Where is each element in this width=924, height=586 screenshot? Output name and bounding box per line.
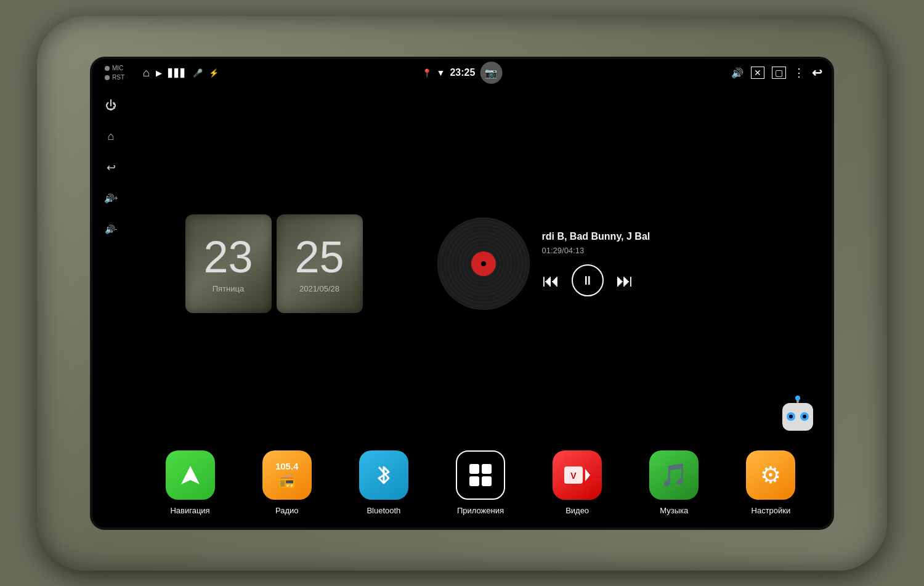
mic-rst-indicators: MIC RST bbox=[102, 65, 124, 81]
gear-icon: ⚙ bbox=[760, 462, 781, 489]
app-nav[interactable]: Навигация bbox=[166, 450, 215, 515]
clock-widget: 23 Пятница 25 2021/05/28 bbox=[185, 214, 363, 313]
radio-wave-icon: 📻 bbox=[278, 473, 295, 489]
volume-icon[interactable]: 🔊 bbox=[731, 67, 744, 79]
song-title: rdi B, Bad Bunny, J Bal bbox=[542, 231, 776, 242]
song-time: 01:29/04:13 bbox=[542, 246, 776, 255]
mic-indicator: MIC bbox=[105, 65, 123, 71]
window-icon[interactable]: ▢ bbox=[772, 67, 786, 79]
main-content: 23 Пятница 25 2021/05/28 rdi B, Bad Bunn… bbox=[129, 87, 832, 527]
music-label: Музыка bbox=[660, 506, 688, 515]
app-music[interactable]: 🎵 Музыка bbox=[649, 450, 699, 515]
apps-dot-3 bbox=[469, 476, 479, 486]
close-window-icon[interactable]: ✕ bbox=[751, 67, 764, 79]
play-pause-icon: ⏸ bbox=[582, 274, 594, 288]
clock-minute: 25 bbox=[294, 235, 344, 279]
apps-dot-1 bbox=[469, 464, 479, 474]
car-frame: MIC RST ⌂ ▶ ▋▋▋ 🎤 ⚡ 📍 ▼ 23:25 📷 bbox=[37, 16, 887, 571]
robot-head bbox=[782, 403, 813, 431]
radio-content: 105.4 📻 bbox=[275, 461, 299, 489]
hour-tile: 23 Пятница bbox=[185, 214, 272, 313]
status-bar: MIC RST ⌂ ▶ ▋▋▋ 🎤 ⚡ 📍 ▼ 23:25 📷 bbox=[92, 59, 832, 87]
settings-label: Настройки bbox=[752, 506, 791, 515]
back-icon[interactable]: ↩ bbox=[812, 65, 822, 80]
apps-dot-4 bbox=[482, 476, 492, 486]
play-pause-button[interactable]: ⏸ bbox=[572, 264, 604, 296]
app-radio[interactable]: 105.4 📻 Радио bbox=[262, 450, 312, 515]
app-bluetooth[interactable]: Bluetooth bbox=[359, 450, 408, 515]
home-button[interactable]: ⌂ bbox=[101, 127, 121, 147]
robot-antenna bbox=[796, 396, 799, 403]
clock-hour: 23 bbox=[203, 235, 253, 279]
nav-icon bbox=[166, 450, 215, 500]
volume-up-button[interactable]: 🔊+ bbox=[101, 189, 121, 208]
signal-icon: ▋▋▋ bbox=[168, 68, 187, 78]
sidebar: ⏻ ⌂ ↩ 🔊+ 🔊- bbox=[92, 87, 129, 527]
prev-button[interactable]: ⏮ bbox=[542, 271, 559, 291]
app-settings[interactable]: ⚙ Настройки bbox=[746, 450, 795, 515]
mic-label: MIC bbox=[112, 65, 123, 71]
music-note-icon: 🎵 bbox=[660, 462, 688, 488]
usb-icon: ⚡ bbox=[209, 68, 219, 78]
power-button[interactable]: ⏻ bbox=[101, 96, 121, 116]
status-center: 📍 ▼ 23:25 📷 bbox=[422, 62, 503, 84]
robot-mascot bbox=[776, 398, 819, 441]
rst-indicator: RST bbox=[105, 74, 124, 81]
music-info: rdi B, Bad Bunny, J Bal 01:29/04:13 ⏮ ⏸ … bbox=[542, 231, 776, 296]
play-icon: ▶ bbox=[156, 68, 162, 78]
home-icon[interactable]: ⌂ bbox=[143, 67, 150, 79]
mic-icon: 🎤 bbox=[193, 68, 203, 78]
status-left: MIC RST ⌂ ▶ ▋▋▋ 🎤 ⚡ bbox=[102, 65, 219, 81]
radio-label: Радио bbox=[275, 506, 299, 515]
robot-eye-right bbox=[800, 412, 809, 421]
back-button[interactable]: ↩ bbox=[101, 158, 121, 177]
apps-grid-icon bbox=[469, 464, 492, 486]
rst-label: RST bbox=[112, 74, 124, 81]
camera-button[interactable]: 📷 bbox=[480, 62, 502, 84]
settings-icon: ⚙ bbox=[746, 450, 795, 500]
top-section: 23 Пятница 25 2021/05/28 rdi B, Bad Bunn… bbox=[129, 87, 832, 441]
video-label: Видео bbox=[565, 506, 589, 515]
app-grid: Навигация 105.4 📻 Радио bbox=[129, 441, 832, 527]
app-apps[interactable]: Приложения bbox=[456, 450, 505, 515]
vinyl-record bbox=[437, 218, 530, 310]
clock-display: 23:25 bbox=[450, 67, 475, 78]
location-icon: 📍 bbox=[422, 68, 432, 78]
status-right: 🔊 ✕ ▢ ⋮ ↩ bbox=[731, 65, 822, 80]
screen: MIC RST ⌂ ▶ ▋▋▋ 🎤 ⚡ 📍 ▼ 23:25 📷 bbox=[92, 59, 832, 527]
svg-marker-2 bbox=[585, 469, 590, 481]
svg-marker-0 bbox=[181, 466, 200, 484]
next-button[interactable]: ⏭ bbox=[616, 271, 633, 291]
more-icon[interactable]: ⋮ bbox=[793, 66, 804, 79]
camera-icon: 📷 bbox=[485, 67, 497, 79]
radio-icon: 105.4 📻 bbox=[262, 450, 312, 500]
robot-eyes bbox=[787, 412, 809, 421]
mic-dot bbox=[105, 66, 110, 71]
nav-label: Навигация bbox=[170, 506, 209, 515]
clock-day: Пятница bbox=[213, 284, 244, 293]
music-icon: 🎵 bbox=[649, 450, 699, 500]
minute-tile: 25 2021/05/28 bbox=[277, 214, 363, 313]
robot-eye-left bbox=[787, 412, 795, 421]
radio-freq: 105.4 bbox=[275, 461, 299, 471]
volume-down-button[interactable]: 🔊- bbox=[101, 219, 121, 239]
bt-icon bbox=[359, 450, 408, 500]
music-controls: ⏮ ⏸ ⏭ bbox=[542, 264, 776, 296]
apps-label: Приложения bbox=[457, 506, 504, 515]
apps-icon bbox=[456, 450, 505, 500]
wifi-icon: ▼ bbox=[437, 68, 445, 78]
rst-dot bbox=[105, 75, 110, 80]
vinyl-center bbox=[471, 251, 496, 276]
svg-text:V: V bbox=[570, 471, 577, 481]
app-video[interactable]: V Видео bbox=[553, 450, 602, 515]
video-icon: V bbox=[553, 450, 602, 500]
clock-date: 2021/05/28 bbox=[299, 284, 339, 293]
apps-dot-2 bbox=[482, 464, 492, 474]
bt-label: Bluetooth bbox=[367, 506, 400, 515]
music-player: rdi B, Bad Bunny, J Bal 01:29/04:13 ⏮ ⏸ … bbox=[437, 218, 776, 310]
